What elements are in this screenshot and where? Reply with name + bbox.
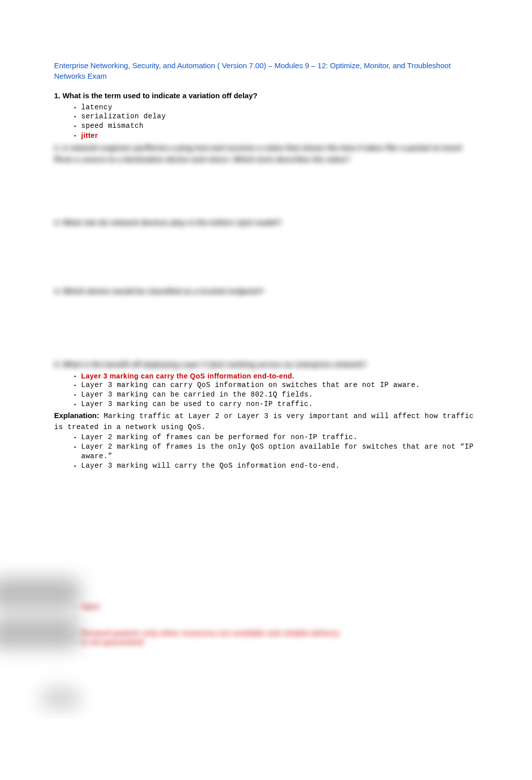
q5-sub-1: Layer 2 marking of frames is the only Qo… [76, 442, 482, 461]
question-5-text: 5. What is the benefit off deploying Lay… [54, 359, 482, 370]
q1-opt-jitter: jitter [76, 131, 482, 140]
question-1-text: 1. What is the term used to indicate a v… [54, 90, 482, 102]
q5-sub-0: Layer 2 marking of frames can be perform… [76, 433, 482, 442]
q1-opt-speed-mismatch: speed mismatch [76, 121, 482, 131]
question-1-options: latency serialization delay speed mismat… [54, 103, 482, 141]
q1-opt-serialization: serialization delay [76, 112, 482, 121]
explanation-label: Explanation: [54, 411, 99, 420]
blurred-options: Open [76, 602, 482, 612]
blur-corr-1: Forward packets only when resources are … [76, 629, 482, 638]
q5-opt-correct: Layer 3 marking can carry the QoS inffor… [76, 371, 482, 381]
question-3-text: 3. What role do network devices play in … [54, 217, 482, 229]
explanation-text: Marking traffic at Layer 2 or Layer 3 is… [54, 412, 474, 431]
question-5-options: Layer 3 marking can carry the QoS inffor… [54, 371, 482, 410]
exam-title-link[interactable]: Enterprise Networking, Security, and Aut… [54, 60, 482, 81]
q5-opt-2: Layer 3 marking can be carried in the 80… [76, 390, 482, 400]
q5-sub-2: Layer 3 marking will carry the QoS infor… [76, 461, 482, 471]
question-4-text: 4. Which device would be classified as a… [54, 286, 482, 297]
question-2-text: 2. A network engineer perfforms a ping t… [54, 142, 482, 165]
q5-opt-3: Layer 3 marking can be used to carry non… [76, 400, 482, 409]
q1-opt-latency: latency [76, 103, 482, 112]
blur-corr-2: is not guaranteed [76, 638, 482, 647]
q5-explanation: Explanation: Marking traffic at Layer 2 … [54, 410, 482, 433]
q5-opt-1: Layer 3 marking can carry QoS informatio… [76, 380, 482, 390]
q5-sub-options: Layer 2 marking of frames can be perform… [54, 433, 482, 471]
blurred-correct-list: Forward packets only when resources are … [76, 629, 482, 648]
blur-opt-open: Open [76, 602, 482, 612]
